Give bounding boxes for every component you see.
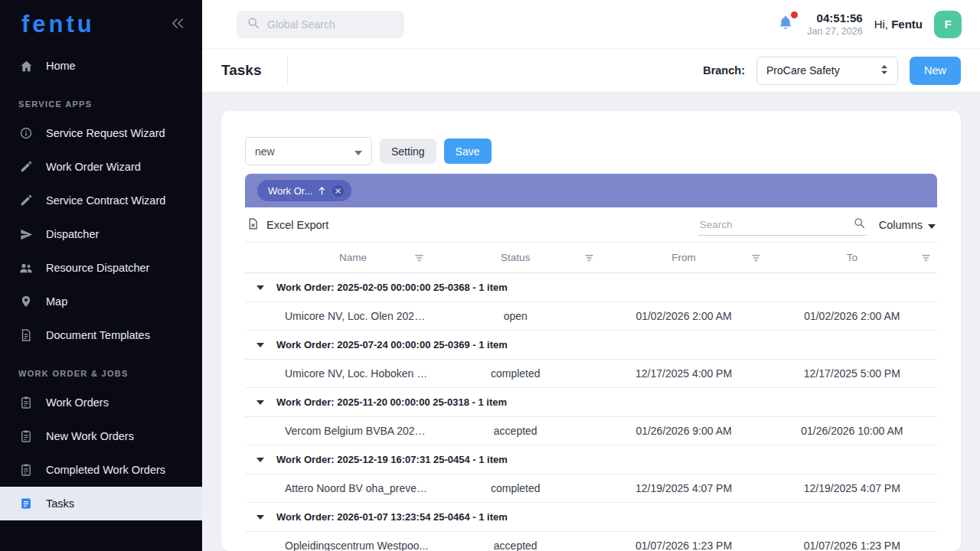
- excel-export-label: Excel Export: [266, 219, 328, 231]
- filter-icon[interactable]: [921, 253, 931, 262]
- avatar[interactable]: F: [934, 11, 962, 38]
- columns-label: Columns: [879, 219, 923, 231]
- sidebar-item-home[interactable]: Home: [0, 49, 202, 83]
- group-row[interactable]: Work Order: 2026-01-07 13:23:54 25-0464 …: [245, 503, 937, 532]
- group-chip[interactable]: Work Or...: [257, 180, 351, 201]
- group-row[interactable]: Work Order: 2025-11-20 00:00:00 25-0318 …: [245, 388, 937, 417]
- double-chevron-left-icon: [170, 18, 185, 32]
- sidebar-item-work-orders[interactable]: Work Orders: [0, 386, 202, 419]
- group-title: Work Order: 2026-01-07 13:23:54 25-0464 …: [276, 511, 937, 523]
- column-header-to[interactable]: To: [767, 252, 937, 263]
- remove-group-icon[interactable]: [332, 184, 345, 197]
- tasks-icon: [18, 496, 34, 511]
- save-button[interactable]: Save: [444, 139, 492, 164]
- group-panel: Work Or...: [245, 174, 937, 207]
- filter-icon[interactable]: [751, 253, 761, 262]
- excel-file-icon: [247, 217, 260, 233]
- group-title: Work Order: 2025-12-19 16:07:31 25-0454 …: [276, 454, 937, 465]
- collapse-group-caret-icon[interactable]: [256, 458, 264, 462]
- branch-label: Branch:: [703, 64, 745, 77]
- sidebar-item-document-templates[interactable]: Document Templates: [0, 318, 202, 352]
- sidebar-nav: HomeSERVICE APPSService Request WizardWo…: [0, 49, 202, 520]
- group-row[interactable]: Work Order: 2025-12-19 16:07:31 25-0454 …: [245, 445, 937, 474]
- filter-icon[interactable]: [584, 253, 594, 262]
- group-chip-label: Work Or...: [268, 185, 312, 197]
- view-toolbar: new Setting Save: [245, 137, 937, 165]
- group-row[interactable]: Work Order: 2025-02-05 00:00:00 25-0368 …: [245, 273, 937, 302]
- topbar-right: 04:51:56 Jan 27, 2026 Hi, Fentu F: [776, 11, 962, 38]
- sidebar-item-label: Completed Work Orders: [46, 464, 165, 476]
- collapse-group-caret-icon[interactable]: [256, 285, 264, 290]
- sidebar-section-title: WORK ORDER & JOBS: [0, 352, 202, 386]
- cell-to: 01/26/2026 10:00 AM: [767, 425, 937, 437]
- sidebar-item-service-request-wizard[interactable]: Service Request Wizard: [0, 116, 202, 150]
- column-header-from[interactable]: From: [600, 252, 766, 263]
- cell-name: Vercom Belgium BVBA 2025-...: [276, 425, 430, 437]
- sidebar-item-dispatcher[interactable]: Dispatcher: [0, 217, 202, 251]
- grid-search[interactable]: [698, 214, 867, 236]
- new-button[interactable]: New: [910, 57, 961, 85]
- column-header-name[interactable]: Name: [276, 252, 430, 263]
- global-search-input[interactable]: [267, 18, 394, 31]
- table-row[interactable]: Vercom Belgium BVBA 2025-...accepted01/2…: [245, 417, 937, 445]
- greeting: Hi, Fentu: [874, 18, 923, 31]
- columns-menu-button[interactable]: Columns: [879, 219, 936, 231]
- notification-dot: [791, 11, 798, 18]
- table-row[interactable]: Opleidingscentrum Westpoo...accepted01/0…: [245, 532, 937, 551]
- group-title: Work Order: 2025-11-20 00:00:00 25-0318 …: [276, 396, 937, 408]
- page-header: Tasks Branch: ProCare Safety New: [202, 49, 980, 93]
- sidebar-item-completed-work-orders[interactable]: Completed Work Orders: [0, 453, 202, 487]
- sidebar-item-service-contract-wizard[interactable]: Service Contract Wizard: [0, 184, 202, 217]
- branch-select-value: ProCare Safety: [766, 64, 840, 77]
- sidebar-item-new-work-orders[interactable]: New Work Orders: [0, 419, 202, 453]
- main-column: 04:51:56 Jan 27, 2026 Hi, Fentu F Tasks …: [202, 0, 980, 551]
- app-logo[interactable]: fentu: [21, 11, 95, 38]
- cell-from: 12/19/2025 4:07 PM: [600, 482, 766, 494]
- cell-name: Attero Noord BV oha_prevent...: [276, 482, 430, 494]
- collapse-group-caret-icon[interactable]: [256, 343, 264, 347]
- page-header-actions: Branch: ProCare Safety New: [703, 57, 961, 85]
- table-row[interactable]: Umicore NV, Loc. Olen 2025-...open01/02/…: [245, 302, 937, 331]
- group-row[interactable]: Work Order: 2025-07-24 00:00:00 25-0369 …: [245, 331, 937, 360]
- table-body: Work Order: 2025-02-05 00:00:00 25-0368 …: [245, 273, 937, 551]
- sidebar-item-work-order-wizard[interactable]: Work Order Wizard: [0, 150, 202, 184]
- sidebar-item-resource-dispatcher[interactable]: Resource Dispatcher: [0, 251, 202, 285]
- top-header: 04:51:56 Jan 27, 2026 Hi, Fentu F: [202, 0, 980, 49]
- view-select-value: new: [255, 145, 275, 158]
- select-arrows-icon: [880, 64, 888, 78]
- table-row[interactable]: Attero Noord BV oha_prevent...completed1…: [245, 474, 937, 503]
- sidebar-item-map[interactable]: Map: [0, 285, 202, 318]
- chevron-down-icon: [928, 219, 936, 231]
- collapse-group-caret-icon[interactable]: [256, 515, 264, 520]
- sort-ascending-icon[interactable]: [318, 187, 325, 195]
- people-icon: [18, 260, 34, 276]
- sidebar-item-label: Work Order Wizard: [46, 161, 141, 173]
- column-header-status[interactable]: Status: [430, 252, 600, 263]
- grid-search-input[interactable]: [700, 219, 854, 230]
- clipboard-icon: [18, 429, 34, 444]
- sidebar-item-label: Home: [46, 60, 76, 72]
- notifications-button[interactable]: [776, 15, 795, 34]
- sidebar-item-label: Service Request Wizard: [46, 127, 165, 139]
- search-icon: [854, 217, 865, 232]
- cell-status: completed: [430, 367, 600, 380]
- branch-select[interactable]: ProCare Safety: [756, 57, 898, 85]
- excel-export-button[interactable]: Excel Export: [247, 217, 328, 233]
- sidebar-item-label: New Work Orders: [46, 430, 134, 442]
- document-icon: [18, 328, 34, 343]
- pencil-icon: [18, 159, 34, 174]
- sidebar: fentu HomeSERVICE APPSService Request Wi…: [0, 0, 202, 551]
- sidebar-item-tasks[interactable]: Tasks: [0, 487, 202, 520]
- filter-icon[interactable]: [414, 253, 424, 262]
- view-select[interactable]: new: [245, 137, 372, 165]
- sidebar-collapse-button[interactable]: [170, 18, 185, 32]
- global-search[interactable]: [237, 11, 404, 38]
- table-row[interactable]: Umicore NV, Loc. Hoboken 2...completed12…: [245, 360, 937, 388]
- collapse-group-caret-icon[interactable]: [256, 400, 264, 405]
- pencil-icon: [18, 193, 34, 208]
- cell-status: accepted: [430, 425, 600, 437]
- content-area: new Setting Save Work Or...: [202, 93, 980, 551]
- clock-time: 04:51:56: [807, 11, 862, 24]
- clock: 04:51:56 Jan 27, 2026: [807, 11, 862, 37]
- setting-button[interactable]: Setting: [380, 139, 436, 164]
